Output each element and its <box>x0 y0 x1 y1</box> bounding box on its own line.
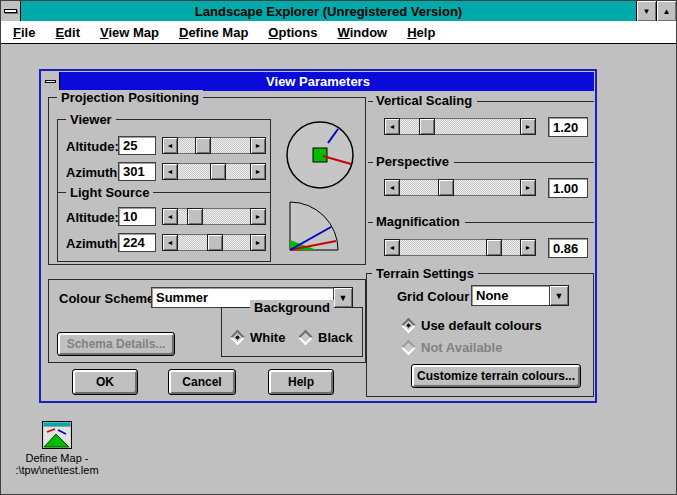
scroll-track[interactable] <box>400 179 520 196</box>
scroll-left-button[interactable]: ◄ <box>162 163 178 180</box>
scroll-left-button[interactable]: ◄ <box>162 137 178 154</box>
dialog-title: View Parameters <box>42 72 594 91</box>
arrow-left-icon: ◄ <box>389 244 396 251</box>
scroll-track[interactable] <box>178 137 250 154</box>
viewer-azimuth-label: Azimuth: <box>66 165 122 180</box>
grid-colour-label: Grid Colour <box>397 289 469 304</box>
dialog-titlebar: View Parameters <box>42 72 594 91</box>
radio-background-black[interactable]: Black <box>300 330 353 345</box>
customize-terrain-colours-button[interactable]: Customize terrain colours... <box>411 364 581 388</box>
arrow-right-icon: ► <box>525 123 532 130</box>
desktop: Landscape Explorer (Unregistered Version… <box>0 0 677 495</box>
light-source-title: Light Source <box>66 185 153 200</box>
scroll-left-button[interactable]: ◄ <box>384 179 400 196</box>
scroll-right-button[interactable]: ► <box>520 118 536 135</box>
scroll-left-button[interactable]: ◄ <box>162 234 178 251</box>
vertical-scaling-input[interactable] <box>548 117 588 137</box>
minimize-button[interactable]: ▼ <box>636 1 656 21</box>
arrow-right-icon: ► <box>255 239 262 246</box>
scroll-thumb[interactable] <box>187 208 203 225</box>
grid-colour-combobox[interactable]: None ▼ <box>471 285 569 306</box>
light-altitude-input[interactable] <box>118 207 156 226</box>
scroll-right-button[interactable]: ► <box>520 179 536 196</box>
scroll-left-button[interactable]: ◄ <box>162 208 178 225</box>
arrow-left-icon: ◄ <box>167 168 174 175</box>
light-azimuth-input[interactable] <box>118 233 156 252</box>
perspective-section-header: Perspective <box>368 155 594 170</box>
vertical-scaling-title: Vertical Scaling <box>373 93 477 108</box>
radio-label: Use default colours <box>421 318 542 333</box>
help-button[interactable]: Help <box>268 369 334 395</box>
menu-view-map[interactable]: View Map <box>90 22 169 43</box>
chevron-down-icon: ▼ <box>555 291 564 301</box>
scroll-thumb[interactable] <box>207 234 223 251</box>
maximize-icon: ▲ <box>663 7 671 16</box>
dialog-content: Projection Positioning Viewer Altitude: … <box>42 92 594 400</box>
menu-edit[interactable]: Edit <box>45 22 90 43</box>
scroll-left-button[interactable]: ◄ <box>384 239 400 256</box>
arrow-right-icon: ► <box>255 142 262 149</box>
radio-label: Not Available <box>421 340 502 355</box>
menubar: File Edit View Map Define Map Options Wi… <box>1 21 676 44</box>
scroll-track[interactable] <box>178 208 250 225</box>
scroll-right-button[interactable]: ► <box>250 234 266 251</box>
scroll-right-button[interactable]: ► <box>250 208 266 225</box>
light-azimuth-scrollbar[interactable]: ◄ ► <box>162 234 266 251</box>
viewer-group: Viewer Altitude: ◄ ► Azimuth: ◄ ► <box>57 119 271 193</box>
projection-positioning-group: Projection Positioning Viewer Altitude: … <box>48 97 366 265</box>
radio-background-white[interactable]: White <box>232 330 285 345</box>
background-group: Background White Black <box>221 307 363 357</box>
scroll-thumb[interactable] <box>195 137 211 154</box>
radio-use-default-colours[interactable]: Use default colours <box>403 318 542 333</box>
system-menu-icon <box>4 9 17 13</box>
define-map-desktop-icon[interactable]: Define Map - :\tpw\net\test.lem <box>1 421 113 476</box>
menu-file[interactable]: File <box>3 22 45 43</box>
grid-colour-dropdown-button[interactable]: ▼ <box>550 285 569 306</box>
viewer-altitude-input[interactable] <box>118 136 156 155</box>
menu-help[interactable]: Help <box>397 22 445 43</box>
scroll-track[interactable] <box>400 118 520 135</box>
perspective-scrollbar[interactable]: ◄ ► <box>384 179 536 196</box>
chevron-down-icon: ▼ <box>339 293 348 303</box>
ok-button[interactable]: OK <box>72 369 138 395</box>
arrow-right-icon: ► <box>525 184 532 191</box>
maximize-button[interactable]: ▲ <box>656 1 676 21</box>
viewer-title: Viewer <box>66 112 116 127</box>
viewer-azimuth-input[interactable] <box>118 162 156 181</box>
viewer-azimuth-scrollbar[interactable]: ◄ ► <box>162 163 266 180</box>
radio-selected-icon <box>401 318 417 334</box>
scroll-thumb[interactable] <box>419 118 435 135</box>
menu-options[interactable]: Options <box>258 22 327 43</box>
scroll-right-button[interactable]: ► <box>250 163 266 180</box>
colour-scheme-dropdown-button[interactable]: ▼ <box>334 287 353 308</box>
dialog-system-menu-icon <box>45 80 56 83</box>
scroll-thumb[interactable] <box>486 239 502 256</box>
scroll-track[interactable] <box>400 239 520 256</box>
cancel-button[interactable]: Cancel <box>168 369 236 395</box>
scroll-right-button[interactable]: ► <box>520 239 536 256</box>
scroll-thumb[interactable] <box>438 179 454 196</box>
dialog-system-menu-button[interactable] <box>42 72 60 91</box>
magnification-input[interactable] <box>548 238 588 258</box>
terrain-settings-title: Terrain Settings <box>372 266 478 281</box>
window-title: Landscape Explorer (Unregistered Version… <box>21 1 636 21</box>
scroll-left-button[interactable]: ◄ <box>384 118 400 135</box>
colour-scheme-label: Colour Scheme: <box>59 291 159 306</box>
scroll-thumb[interactable] <box>210 163 226 180</box>
vertical-scaling-scrollbar[interactable]: ◄ ► <box>384 118 536 135</box>
scroll-track[interactable] <box>178 163 250 180</box>
perspective-input[interactable] <box>548 178 588 198</box>
viewer-altitude-scrollbar[interactable]: ◄ ► <box>162 137 266 154</box>
menu-window[interactable]: Window <box>327 22 397 43</box>
radio-not-available: Not Available <box>403 340 502 355</box>
magnification-scrollbar[interactable]: ◄ ► <box>384 239 536 256</box>
scroll-right-button[interactable]: ► <box>250 137 266 154</box>
arrow-right-icon: ► <box>255 168 262 175</box>
light-altitude-scrollbar[interactable]: ◄ ► <box>162 208 266 225</box>
minimize-icon: ▼ <box>643 7 651 16</box>
schema-details-button: Schema Details... <box>57 332 175 356</box>
scroll-track[interactable] <box>178 234 250 251</box>
system-menu-button[interactable] <box>1 1 21 21</box>
projection-positioning-title: Projection Positioning <box>57 90 203 105</box>
menu-define-map[interactable]: Define Map <box>169 22 258 43</box>
